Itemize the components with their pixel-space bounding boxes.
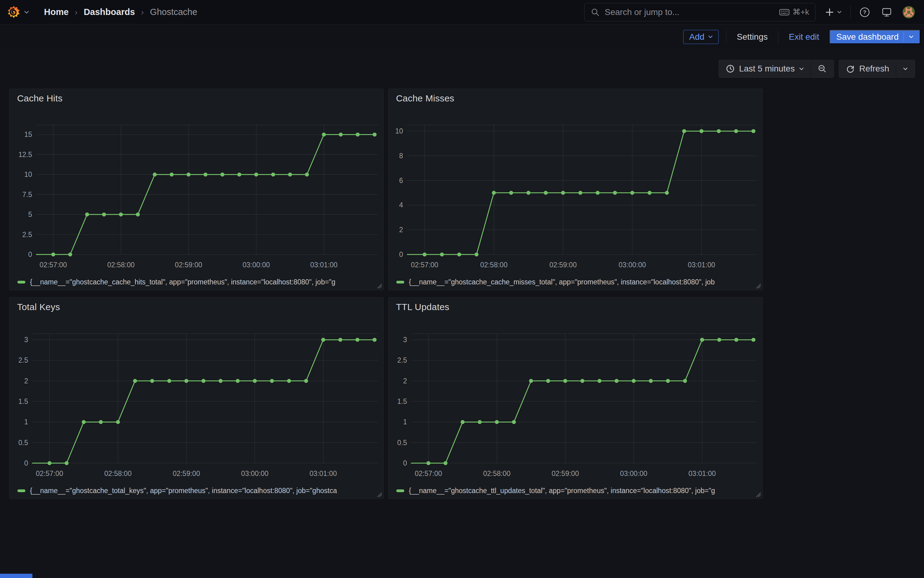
search-placeholder: Search or jump to...	[605, 7, 679, 17]
svg-text:02:58:00: 02:58:00	[480, 261, 508, 269]
exit-edit-button[interactable]: Exit edit	[786, 30, 822, 44]
svg-text:02:58:00: 02:58:00	[104, 469, 132, 477]
refresh-interval-dropdown[interactable]	[896, 60, 914, 77]
svg-text:2: 2	[399, 226, 403, 234]
legend-series-label[interactable]: {__name__="ghostcache_ttl_updates_total"…	[409, 487, 715, 495]
panel-total-keys[interactable]: 00.511.522.5302:57:0002:58:0002:59:0003:…	[9, 297, 384, 499]
settings-button[interactable]: Settings	[734, 30, 771, 44]
grafana-logo[interactable]	[7, 5, 21, 19]
panel-title[interactable]: Cache Misses	[396, 93, 455, 104]
total-keys-chart: 00.511.522.5302:57:0002:58:0002:59:0003:…	[10, 297, 384, 499]
svg-text:2: 2	[403, 377, 407, 385]
panel-resize-handle[interactable]	[377, 492, 382, 497]
svg-text:0.5: 0.5	[397, 439, 407, 446]
svg-text:4: 4	[399, 201, 403, 209]
toolbar-divider	[778, 30, 778, 44]
svg-text:1.5: 1.5	[397, 398, 407, 405]
search-shortcut-label: ⌘+k	[792, 7, 809, 17]
clock-icon	[726, 64, 735, 73]
chevron-down-icon	[903, 67, 908, 71]
svg-text:0.5: 0.5	[18, 439, 28, 446]
legend-series-marker[interactable]	[396, 489, 404, 492]
brand-chevron-down-icon	[24, 10, 29, 14]
svg-text:02:59:00: 02:59:00	[552, 469, 579, 477]
zoom-out-icon	[818, 64, 827, 73]
svg-text:03:00:00: 03:00:00	[620, 469, 648, 477]
svg-text:1.5: 1.5	[18, 398, 28, 405]
svg-text:10: 10	[24, 170, 32, 179]
brand[interactable]	[7, 5, 29, 19]
svg-text:03:01:00: 03:01:00	[688, 261, 715, 269]
legend-series-marker[interactable]	[18, 281, 25, 284]
toolbar-divider	[726, 30, 726, 44]
svg-text:03:00:00: 03:00:00	[619, 261, 646, 269]
breadcrumb-home[interactable]: Home	[44, 7, 69, 17]
dashboard-edit-toolbar: Add Settings Exit edit Save dashboard	[0, 25, 924, 49]
panel-resize-handle[interactable]	[377, 283, 382, 288]
breadcrumb: Home › Dashboards › Ghostcache	[44, 7, 197, 17]
svg-text:8: 8	[399, 152, 403, 160]
svg-text:0: 0	[399, 250, 403, 258]
breadcrumb-separator: ›	[75, 7, 78, 17]
legend-series-label[interactable]: {__name__="ghostcache_cache_hits_total",…	[30, 278, 336, 286]
panel-resize-handle[interactable]	[755, 283, 761, 288]
svg-text:02:59:00: 02:59:00	[173, 469, 200, 477]
ttl-updates-chart: 00.511.522.5302:57:0002:58:0002:59:0003:…	[388, 297, 763, 499]
svg-text:02:57:00: 02:57:00	[415, 469, 442, 477]
top-navbar: Home › Dashboards › Ghostcache Search or…	[0, 0, 924, 24]
svg-text:03:01:00: 03:01:00	[310, 469, 337, 477]
svg-text:2.5: 2.5	[397, 356, 407, 364]
save-dashboard-label: Save dashboard	[836, 32, 899, 42]
exit-edit-label: Exit edit	[789, 32, 819, 42]
svg-text:3: 3	[24, 336, 28, 344]
panel-title[interactable]: Cache Hits	[17, 93, 63, 104]
legend-series-marker[interactable]	[18, 489, 25, 492]
panel-title[interactable]: TTL Updates	[396, 302, 450, 312]
svg-text:03:00:00: 03:00:00	[243, 261, 270, 269]
chevron-down-icon	[837, 10, 842, 14]
panel-cache-hits[interactable]: 02.557.51012.51502:57:0002:58:0002:59:00…	[9, 89, 384, 290]
svg-text:0: 0	[403, 459, 407, 467]
chevron-down-icon	[708, 35, 713, 39]
svg-text:10: 10	[395, 127, 403, 135]
svg-text:7.5: 7.5	[22, 191, 32, 198]
cache-misses-chart: 024681002:57:0002:58:0002:59:0003:00:000…	[388, 89, 763, 291]
svg-text:0: 0	[24, 459, 28, 467]
legend-series-label[interactable]: {__name__="ghostcache_cache_misses_total…	[409, 278, 715, 286]
time-range-picker-button[interactable]: Last 5 minutes	[719, 60, 810, 77]
refresh-button[interactable]: Refresh	[839, 60, 896, 77]
svg-text:2: 2	[24, 377, 28, 385]
svg-text:1: 1	[403, 418, 407, 426]
svg-text:02:58:00: 02:58:00	[483, 469, 511, 477]
navbar-divider	[850, 6, 851, 19]
search-input[interactable]: Search or jump to... ⌘+k	[584, 3, 815, 21]
add-menu-button[interactable]	[825, 7, 842, 17]
monitor-icon[interactable]	[881, 7, 892, 18]
add-panel-button[interactable]: Add	[683, 30, 719, 44]
svg-text:15: 15	[24, 130, 32, 138]
zoom-out-time-range-button[interactable]	[811, 60, 833, 77]
add-panel-label: Add	[689, 32, 704, 42]
panel-ttl-updates[interactable]: 00.511.522.5302:57:0002:58:0002:59:0003:…	[388, 297, 763, 499]
user-avatar[interactable]	[903, 6, 915, 18]
legend-series-label[interactable]: {__name__="ghostcache_total_keys", app="…	[30, 487, 337, 495]
svg-text:6: 6	[399, 177, 403, 185]
panel-resize-handle[interactable]	[755, 492, 761, 497]
svg-text:5: 5	[28, 211, 32, 218]
breadcrumb-dashboards[interactable]: Dashboards	[84, 7, 135, 17]
bottom-left-accent-bar	[0, 574, 32, 578]
panel-title[interactable]: Total Keys	[17, 302, 60, 312]
svg-text:0: 0	[28, 250, 32, 258]
save-dashboard-button[interactable]: Save dashboard	[830, 30, 920, 44]
legend-series-marker[interactable]	[396, 281, 404, 284]
plus-icon	[825, 7, 835, 17]
refresh-label: Refresh	[859, 64, 889, 74]
svg-text:2.5: 2.5	[22, 231, 32, 239]
svg-text:02:57:00: 02:57:00	[411, 261, 438, 269]
svg-text:02:57:00: 02:57:00	[36, 469, 63, 477]
chevron-down-icon	[799, 67, 804, 71]
panel-cache-misses[interactable]: 024681002:57:0002:58:0002:59:0003:00:000…	[388, 89, 763, 290]
svg-text:03:01:00: 03:01:00	[689, 469, 716, 477]
help-icon[interactable]: ?	[859, 7, 870, 18]
breadcrumb-current-page: Ghostcache	[150, 7, 197, 17]
